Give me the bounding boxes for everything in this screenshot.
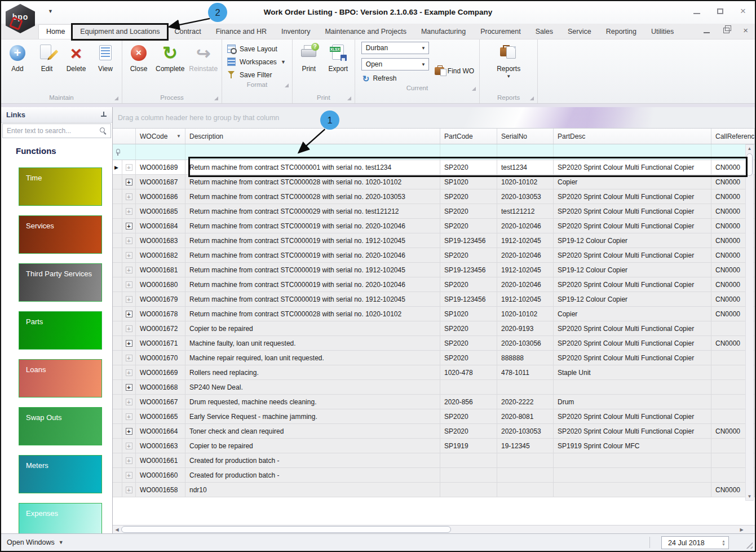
column-header-serialno[interactable]: SerialNo (497, 129, 554, 144)
minimize-icon[interactable] (693, 13, 700, 14)
filter-input-description[interactable] (185, 144, 440, 160)
dialog-launcher-icon[interactable] (472, 87, 476, 91)
quick-access-dropdown-icon[interactable]: ▼ (48, 8, 53, 14)
tab-procurement[interactable]: Procurement (473, 25, 528, 39)
edit-button[interactable]: Edit (32, 42, 61, 74)
expand-icon[interactable]: + (126, 252, 132, 259)
date-spinner[interactable]: ▲▼ (722, 540, 726, 546)
scroll-right-icon[interactable]: ▶ (737, 525, 746, 533)
dialog-launcher-icon[interactable] (347, 96, 351, 100)
tab-inventory[interactable]: Inventory (274, 25, 317, 39)
expand-icon[interactable]: + (126, 487, 132, 493)
tab-manufacturing[interactable]: Manufacturing (414, 25, 473, 39)
reports-button[interactable]: Reports ▼ (494, 42, 523, 81)
expand-icon[interactable]: + (126, 472, 132, 479)
pin-icon[interactable] (100, 111, 107, 118)
expand-icon[interactable]: + (126, 443, 132, 449)
site-select[interactable]: Durban ▼ (361, 42, 429, 54)
expand-icon[interactable]: + (126, 164, 132, 171)
column-header-wocode[interactable]: WOCode▼ (136, 129, 185, 144)
delete-button[interactable]: × Delete (61, 42, 91, 74)
table-row[interactable]: +WO0001660Created for production batch - (113, 468, 755, 483)
table-row[interactable]: +WO0001663Copier to be repairedSP191919-… (113, 439, 755, 453)
table-row[interactable]: +WO0001683Return machine from contract S… (113, 233, 755, 248)
function-tile-third-party-services[interactable]: Third Party Services (19, 263, 102, 302)
column-header-partdesc[interactable]: PartDesc (554, 129, 711, 144)
table-row[interactable]: +WO0001684Return machine from contract S… (113, 219, 755, 233)
table-row[interactable]: +WO0001658ndr10CN0000 (113, 483, 755, 497)
date-picker[interactable]: 24 Jul 2018 ▲▼ (661, 536, 729, 549)
expand-icon[interactable]: + (126, 179, 132, 186)
expand-icon[interactable]: + (126, 369, 132, 376)
horizontal-scroll-thumb[interactable] (121, 526, 451, 533)
tab-sales[interactable]: Sales (528, 25, 560, 39)
tab-service[interactable]: Service (560, 25, 599, 39)
find-wo-button[interactable]: Find WO (435, 60, 474, 82)
horizontal-scrollbar[interactable]: ◀ ▶ (113, 525, 755, 533)
status-select[interactable]: Open ▼ (361, 58, 429, 70)
expand-icon[interactable]: + (126, 193, 132, 200)
links-search-input[interactable]: Enter text to search... (2, 123, 111, 138)
dialog-launcher-icon[interactable] (214, 96, 218, 100)
table-row[interactable]: +WO0001669Rollers need replacing.1020-47… (113, 365, 755, 380)
tab-utilities[interactable]: Utilities (644, 25, 681, 39)
expand-icon[interactable]: + (126, 340, 132, 347)
table-row[interactable]: +WO0001665Early Service Request - machin… (113, 409, 755, 424)
function-tile-services[interactable]: Services (19, 215, 102, 254)
expand-icon[interactable]: + (126, 208, 132, 215)
tab-finance-and-hr[interactable]: Finance and HR (209, 25, 274, 39)
expand-icon[interactable]: + (126, 281, 132, 288)
tab-maintenance-and-projects[interactable]: Maintenance and Projects (317, 25, 414, 39)
table-row[interactable]: +WO0001668SP240 New Deal. (113, 380, 755, 395)
print-button[interactable]: ? Print (294, 42, 324, 74)
resize-grip-icon[interactable] (744, 540, 753, 549)
table-row[interactable]: +WO0001679Return machine from contract S… (113, 292, 755, 307)
maximize-icon[interactable] (717, 8, 723, 14)
refresh-button[interactable]: ↻ Refresh (361, 74, 429, 82)
scroll-down-icon[interactable]: ▼ (746, 494, 753, 499)
dialog-launcher-icon[interactable] (114, 96, 118, 100)
filter-input-wocode[interactable] (136, 144, 185, 160)
table-row[interactable]: +WO0001678Return machine from contract S… (113, 307, 755, 321)
expand-icon[interactable]: + (126, 457, 132, 464)
table-row[interactable]: +WO0001687Return machine from contract S… (113, 175, 755, 189)
table-row[interactable]: +WO0001682Return machine from contract S… (113, 248, 755, 263)
filter-input-partdesc[interactable] (554, 144, 711, 160)
function-tile-meters[interactable]: Meters (19, 455, 102, 493)
table-row[interactable]: +WO0001661Created for production batch - (113, 453, 755, 468)
function-tile-swap-outs[interactable]: Swap Outs (19, 407, 102, 445)
table-row[interactable]: +WO0001686Return machine from contract S… (113, 189, 755, 204)
expand-icon[interactable]: + (126, 267, 132, 273)
table-row[interactable]: +WO0001672Copier to be repairedSP2020202… (113, 321, 755, 336)
open-windows-button[interactable]: Open Windows ▼ (7, 538, 64, 546)
function-tile-expenses[interactable]: Expenses (19, 503, 102, 533)
vertical-scrollbar[interactable]: ▲ ▼ (745, 144, 754, 501)
tab-contract[interactable]: Contract (167, 25, 208, 39)
add-button[interactable]: + Add (3, 42, 32, 74)
expand-icon[interactable]: + (126, 428, 132, 435)
column-header-callreference[interactable]: CallReference (711, 129, 755, 144)
function-tile-parts[interactable]: Parts (19, 311, 102, 350)
export-button[interactable]: XLSX Export (324, 42, 353, 74)
table-row[interactable]: +WO0001685Return machine from contract S… (113, 204, 755, 219)
table-row[interactable]: +WO0001664Toner check and clean required… (113, 424, 755, 439)
close-wo-button[interactable]: × Close (124, 42, 153, 74)
table-row[interactable]: +WO0001680Return machine from contract S… (113, 277, 755, 292)
dialog-launcher-icon[interactable] (530, 96, 534, 100)
mdi-minimize-icon[interactable] (704, 32, 710, 33)
mdi-restore-icon[interactable] (723, 28, 730, 33)
expand-icon[interactable]: + (126, 237, 132, 244)
tab-reporting[interactable]: Reporting (599, 25, 644, 39)
table-row[interactable]: +WO0001667Drum requested, machine needs … (113, 395, 755, 409)
scroll-left-icon[interactable]: ◀ (113, 525, 121, 533)
expand-icon[interactable]: + (126, 325, 132, 332)
function-tile-loans[interactable]: Loans (19, 359, 102, 398)
table-row[interactable]: ▶+WO0001689Return machine from contract … (113, 160, 755, 175)
table-row[interactable]: +WO0001671Machine faulty, loan unit requ… (113, 336, 755, 351)
column-header-partcode[interactable]: PartCode (440, 129, 497, 144)
mdi-close-icon[interactable]: × (743, 27, 748, 34)
function-tile-time[interactable]: Time (19, 167, 102, 206)
view-button[interactable]: View (91, 42, 120, 74)
tab-equipment-and-locations[interactable]: Equipment and Locations (73, 25, 167, 39)
complete-button[interactable]: ↻ Complete (153, 42, 187, 74)
